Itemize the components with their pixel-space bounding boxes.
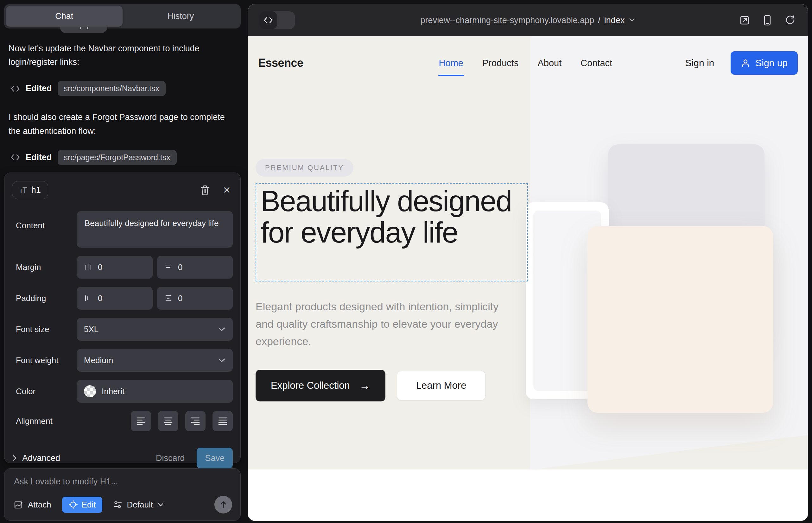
edited-file-chip[interactable]: src/components/Navbar.tsx [58,81,166,96]
padding-horizontal-icon [84,294,92,302]
padding-label: Padding [12,293,77,303]
code-brackets-icon [259,12,277,29]
chevron-down-icon [157,503,164,507]
content-label: Content [12,221,77,231]
nav-link-products[interactable]: Products [482,58,518,68]
nav-link-about[interactable]: About [537,58,562,68]
color-label: Color [12,386,77,396]
attach-button[interactable]: Attach [14,500,51,510]
padding-x-input[interactable]: 0 [77,287,153,310]
chevron-down-icon [217,327,226,332]
refresh-icon [785,15,795,25]
target-icon [68,500,78,509]
chevron-right-icon [12,454,17,462]
margin-x-input[interactable]: 0 [77,256,153,278]
prompt-input[interactable]: Ask Lovable to modify H1... [14,477,231,487]
mobile-view-button[interactable] [762,14,772,27]
hero-art-beige-card [587,226,773,413]
selected-element-tag: h1 [31,185,41,195]
hero-heading[interactable]: Beautifully designed for everyday life [261,185,524,248]
app-root: Chat History Now let's update the Navbar… [0,0,812,523]
font-weight-label: Font weight [12,356,77,365]
site-logo[interactable]: Essence [258,56,303,70]
discard-button[interactable]: Discard [156,453,185,463]
color-swatch-inherit [84,385,96,397]
send-button[interactable] [214,496,232,513]
lovable-side-panel: Chat History Now let's update the Navbar… [0,0,247,523]
sign-up-button[interactable]: Sign up [730,51,798,75]
tab-history[interactable]: History [123,6,239,26]
learn-more-button[interactable]: Learn More [397,371,486,400]
advanced-toggle[interactable]: Advanced [12,453,60,463]
margin-label: Margin [12,263,77,272]
hero-paragraph: Elegant products designed with intention… [255,298,509,350]
tab-chat[interactable]: Chat [6,6,123,26]
chat-message: Now let's update the Navbar component to… [8,42,237,69]
preview-browser-bar: preview--charming-site-symphony.lovable.… [248,4,808,36]
element-editor-panel: тT h1 ✕ Co [4,173,241,463]
close-editor-button[interactable]: ✕ [221,183,233,198]
arrow-right-icon: → [359,380,370,391]
chevron-down-icon [217,358,226,363]
nav-link-home[interactable]: Home [439,58,463,68]
margin-vertical-icon [164,263,172,271]
content-input[interactable]: Beautifully designed for everyday life [77,211,233,248]
delete-element-button[interactable] [198,183,212,198]
align-center-button[interactable] [158,411,178,431]
chat-history-tabs: Chat History [4,4,241,29]
padding-y-input[interactable]: 0 [157,287,233,310]
external-link-icon [740,15,749,25]
preview-window: preview--charming-site-symphony.lovable.… [248,4,808,521]
edited-file-row: Edited src/components/Navbar.tsx [11,81,247,96]
edited-label: Edited [26,152,52,162]
edited-file-chip[interactable]: src/pages/ForgotPassword.tsx [58,150,177,165]
default-mode-button[interactable]: Default [113,500,164,510]
font-size-label: Font size [12,325,77,334]
user-icon [741,58,750,68]
font-size-select[interactable]: 5XL [77,318,233,341]
hero-diagonal-decoration [530,435,808,470]
nav-link-contact[interactable]: Contact [581,58,612,68]
attach-image-icon [14,500,23,509]
refresh-button[interactable] [784,14,796,26]
typography-icon: тT [19,186,27,195]
selected-element-chip[interactable]: тT h1 [12,181,48,199]
premium-quality-badge: PREMIUM QUALITY [255,159,353,177]
margin-y-input[interactable]: 0 [157,256,233,278]
prompt-box[interactable]: Ask Lovable to modify H1... Attach [4,468,241,521]
code-icon [11,85,20,93]
font-weight-select[interactable]: Medium [77,349,233,372]
chevron-down-icon [628,18,635,22]
arrow-up-icon [219,501,227,509]
sliders-icon [113,500,123,509]
explore-collection-button[interactable]: Explore Collection → [255,370,385,401]
close-icon: ✕ [223,184,231,196]
site-canvas: Essence Home Products About Contact Sign… [248,36,808,521]
edited-file-row: Edited src/pages/ForgotPassword.tsx [11,150,247,165]
trash-icon [200,185,210,196]
h1-selection-outline[interactable]: Beautifully designed for everyday life [255,183,528,282]
site-navbar: Essence Home Products About Contact Sign… [248,36,808,90]
scrolled-chip-partial [60,26,107,33]
save-button[interactable]: Save [197,448,233,469]
alignment-label: Alignment [12,416,77,426]
code-view-toggle[interactable] [259,12,295,29]
align-justify-button[interactable] [212,411,233,431]
chat-message: I should also create a Forgot Password p… [8,110,237,138]
edited-label: Edited [26,84,52,93]
hero-content: PREMIUM QUALITY Beautifully designed for… [255,159,535,401]
margin-horizontal-icon [84,263,92,271]
padding-vertical-icon [164,294,172,302]
align-left-button[interactable] [131,411,151,431]
page-section-below-hero [248,469,808,521]
preview-url[interactable]: preview--charming-site-symphony.lovable.… [421,15,636,25]
mobile-phone-icon [763,15,771,26]
open-in-new-tab-button[interactable] [738,14,751,26]
code-icon [11,153,20,161]
color-select[interactable]: Inherit [77,380,233,403]
align-right-button[interactable] [185,411,206,431]
edit-mode-button[interactable]: Edit [62,497,102,513]
sign-in-link[interactable]: Sign in [685,58,714,68]
